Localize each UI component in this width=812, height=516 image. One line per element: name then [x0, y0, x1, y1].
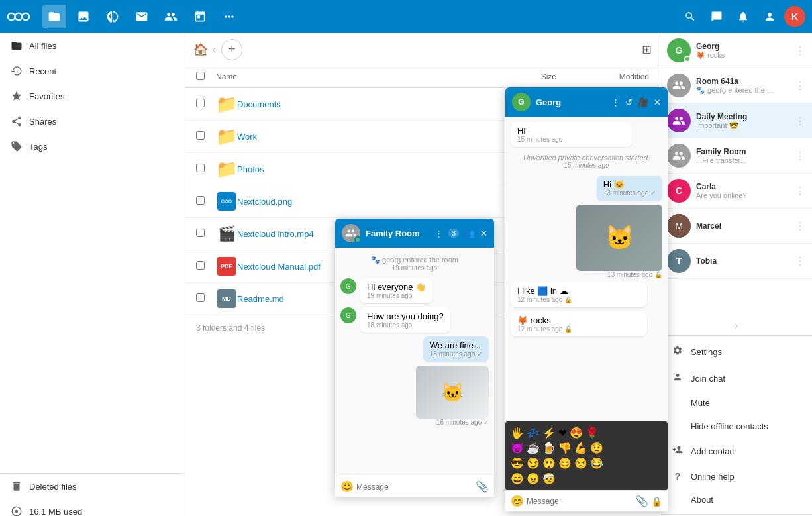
menu-item-online-help[interactable]: ? Online help [660, 464, 812, 488]
menu-item-add-contact[interactable]: Add contact [660, 438, 812, 464]
emoji-button-family[interactable]: 😊 [340, 480, 354, 493]
row-checkbox[interactable] [196, 196, 205, 205]
activity-nav-icon[interactable] [101, 5, 125, 28]
family-options-button[interactable]: ⋮ [434, 229, 443, 238]
view-toggle-button[interactable]: ⊞ [642, 42, 652, 57]
emoji[interactable]: 😂 [590, 457, 603, 470]
row-checkbox[interactable] [196, 261, 205, 270]
emoji[interactable]: 😊 [558, 457, 572, 470]
chat-close-button[interactable]: ✕ [654, 97, 661, 107]
family-room-avatar [342, 224, 360, 242]
message-text: 🦊 rocks [517, 315, 640, 325]
photos-nav-icon[interactable] [72, 5, 95, 28]
contact-item-daily-meeting[interactable]: Daily Meeting Important 🤓 ⋮ [660, 103, 812, 138]
modified-column-header[interactable]: Modified [556, 72, 649, 81]
attachment-button[interactable]: 📎 [635, 495, 648, 507]
sidebar-item-recent[interactable]: Recent [0, 58, 185, 83]
contact-item-family-room[interactable]: Family Room ...File transfer... ⋮ [660, 138, 812, 174]
select-all-checkbox-container[interactable] [196, 72, 216, 82]
sidebar-item-deleted[interactable]: Deleted files [0, 474, 185, 499]
row-checkbox[interactable] [196, 99, 205, 107]
user-status-button[interactable] [758, 5, 782, 28]
chat-back-button[interactable]: ↺ [625, 97, 633, 107]
contact-more-button[interactable]: ⋮ [795, 185, 805, 197]
message-input-family[interactable] [356, 482, 473, 491]
row-checkbox[interactable] [196, 293, 205, 302]
menu-item-label: About [691, 495, 713, 505]
app-container: K All files Recent Favorites Shares [0, 0, 812, 516]
family-members-button[interactable]: 👥 [464, 229, 475, 238]
emoji[interactable]: 😍 [570, 427, 583, 439]
emoji[interactable]: 🤕 [542, 472, 556, 485]
more-nav-icon[interactable] [217, 5, 241, 28]
contact-item-room641a[interactable]: Room 641a 🐾 georg entered the ... ⋮ [660, 68, 812, 103]
panel-collapse-button[interactable]: › [735, 319, 738, 333]
emoji[interactable]: ❤ [558, 427, 567, 439]
emoji[interactable]: 😎 [511, 457, 524, 470]
emoji[interactable]: ⚡ [542, 427, 556, 439]
menu-item-join-chat[interactable]: Join chat [660, 365, 812, 391]
search-button[interactable] [678, 5, 702, 28]
notifications-button[interactable] [731, 5, 755, 28]
contact-item-tobia[interactable]: T Tobia ⋮ [660, 244, 812, 279]
contact-more-button[interactable]: ⋮ [795, 220, 805, 232]
contact-avatar-daily-meeting [667, 109, 691, 132]
emoji[interactable]: 😲 [542, 457, 556, 470]
contact-more-button[interactable]: ⋮ [795, 255, 805, 268]
emoji[interactable]: 🌹 [585, 427, 599, 439]
menu-item-hide-offline[interactable]: Hide offline contacts [660, 415, 812, 438]
sidebar-item-all-files[interactable]: All files [0, 33, 185, 58]
files-nav-icon[interactable] [42, 5, 66, 28]
emoji-button[interactable]: 😊 [511, 495, 524, 507]
app-logo[interactable] [7, 9, 30, 25]
message-time: 18 minutes ago [367, 321, 444, 329]
emoji[interactable]: 💤 [527, 427, 540, 439]
talk-button[interactable] [705, 5, 729, 28]
size-column-header[interactable]: Size [490, 72, 556, 81]
emoji[interactable]: 😈 [511, 442, 524, 454]
add-button[interactable]: + [221, 39, 242, 60]
contacts-nav-icon[interactable] [159, 5, 183, 28]
emoji[interactable]: 😒 [574, 457, 587, 470]
emoji[interactable]: 👎 [558, 442, 572, 454]
contact-item-georg[interactable]: G Georg 🦊 rocks ⋮ [660, 33, 812, 68]
menu-item-mute[interactable]: Mute [660, 391, 812, 415]
chat-image-message: 🐱 13 minutes ago 🔒 [576, 205, 662, 278]
menu-item-settings[interactable]: Settings [660, 338, 812, 365]
sidebar-item-favorites[interactable]: Favorites [0, 83, 185, 109]
row-checkbox[interactable] [196, 164, 205, 172]
attachment-button-family[interactable]: 📎 [476, 480, 489, 493]
sidebar-item-tags[interactable]: Tags [0, 134, 185, 159]
contact-more-button[interactable]: ⋮ [795, 150, 805, 162]
sidebar-item-shares[interactable]: Shares [0, 109, 185, 134]
contact-item-carla[interactable]: C Carla Are you online? ⋮ [660, 174, 812, 209]
emoji[interactable]: 💪 [574, 442, 587, 454]
emoji[interactable]: 😠 [527, 472, 540, 485]
emoji[interactable]: 😟 [590, 442, 603, 454]
message-input-georg[interactable] [527, 497, 633, 506]
emoji[interactable]: 😄 [511, 472, 524, 485]
row-checkbox[interactable] [196, 229, 205, 237]
contact-more-button[interactable]: ⋮ [795, 115, 805, 127]
emoji[interactable]: 😏 [527, 457, 540, 470]
chat-video-button[interactable]: 🎥 [638, 97, 648, 107]
contact-more-button[interactable]: ⋮ [795, 44, 805, 57]
lock-button[interactable]: 🔒 [651, 496, 662, 507]
menu-item-about[interactable]: About [660, 488, 812, 511]
chat-options-button[interactable]: ⋮ [611, 97, 620, 107]
row-checkbox[interactable] [196, 131, 205, 140]
family-close-button[interactable]: ✕ [480, 229, 487, 238]
user-avatar[interactable]: K [784, 6, 805, 27]
name-column-header[interactable]: Name [216, 72, 490, 81]
emoji[interactable]: ☕ [527, 442, 540, 454]
mail-nav-icon[interactable] [130, 5, 154, 28]
emoji[interactable]: 🖐 [511, 427, 524, 439]
sidebar-item-label: All files [29, 41, 56, 51]
contact-item-marcel[interactable]: Marcel ⋮ [660, 209, 812, 244]
contact-more-button[interactable]: ⋮ [795, 79, 805, 92]
sidebar-bottom: Deleted files 16.1 MB used Settings [0, 473, 185, 516]
breadcrumb-home[interactable]: 🏠 [193, 42, 208, 57]
emoji[interactable]: 🍺 [542, 442, 556, 454]
calendar-nav-icon[interactable] [188, 5, 212, 28]
select-all-checkbox[interactable] [196, 72, 205, 80]
